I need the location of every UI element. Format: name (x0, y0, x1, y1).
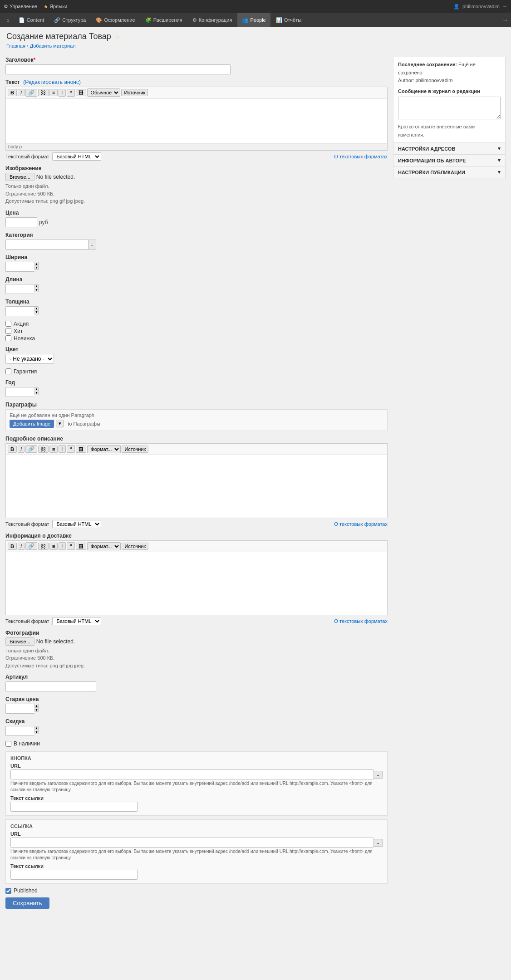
width-down-btn[interactable]: ▼ (34, 266, 39, 270)
bookmarks-link[interactable]: ★ Ярлыки (44, 4, 67, 10)
delivery-format-select2[interactable]: Базовый HTML Полный HTML (52, 617, 101, 625)
structure-nav-item[interactable]: 🔗 Структура (49, 13, 90, 27)
year-input[interactable] (5, 387, 34, 397)
old-price-down-btn[interactable]: ▼ (34, 708, 39, 712)
category-search-btn[interactable]: ⌄ (88, 240, 96, 249)
year-down-btn[interactable]: ▼ (34, 391, 39, 395)
rte-link-btn[interactable]: 🔗 (25, 89, 37, 97)
link-url-search-btn[interactable]: ⌄ (374, 839, 383, 847)
thickness-up-btn[interactable]: ▲ (34, 306, 39, 310)
rte-source-btn[interactable]: Источник (121, 89, 148, 96)
new-checkbox[interactable] (5, 335, 11, 341)
journal-textarea[interactable] (398, 97, 501, 119)
nav-expand-btn[interactable]: → (502, 16, 508, 24)
image-browse-btn[interactable]: Browse... (5, 173, 34, 181)
delivery-ol-btn[interactable]: ⁞ (59, 542, 66, 550)
detail-link-btn[interactable]: 🔗 (25, 445, 37, 453)
length-input[interactable] (5, 284, 34, 294)
detail-italic-btn[interactable]: I (18, 446, 25, 453)
link-url-input[interactable] (10, 838, 374, 848)
body-editor[interactable] (5, 98, 388, 143)
detail-ul-btn[interactable]: ≡ (49, 446, 58, 453)
delivery-unlink-btn[interactable]: ⛓ (38, 543, 49, 550)
rte-italic-btn[interactable]: I (18, 89, 25, 96)
detail-ol-btn[interactable]: ⁞ (59, 445, 66, 453)
published-checkbox[interactable] (5, 888, 11, 894)
photos-browse-btn[interactable]: Browse... (5, 637, 34, 646)
rte-format-select[interactable]: Обычное (87, 88, 120, 97)
detail-source-btn[interactable]: Источник (122, 446, 148, 453)
detail-quote-btn[interactable]: ❝ (67, 445, 75, 453)
thickness-input[interactable] (5, 306, 34, 316)
width-up-btn[interactable]: ▲ (34, 262, 39, 266)
extensions-nav-item[interactable]: 🧩 Расширения (141, 13, 187, 27)
detail-unlink-btn[interactable]: ⛓ (38, 446, 49, 453)
button-link-text-input[interactable] (10, 802, 138, 812)
delivery-format-link[interactable]: О текстовых форматах (334, 618, 388, 624)
rte-image-btn[interactable]: 🖼 (76, 89, 86, 96)
article-input[interactable] (5, 681, 96, 691)
detail-editor[interactable] (5, 455, 388, 518)
content-nav-item[interactable]: 📄 Content (14, 13, 49, 27)
save-button[interactable]: Сохранить (5, 897, 49, 909)
hit-checkbox[interactable] (5, 328, 11, 334)
add-type-dropdown-btn[interactable]: ▾ (56, 420, 64, 427)
rte-ul-btn[interactable]: ≡ (49, 89, 58, 96)
address-settings-header[interactable]: НАСТРОЙКИ АДРЕСОВ ▾ (393, 143, 505, 154)
delivery-ul-btn[interactable]: ≡ (49, 543, 58, 550)
delivery-editor[interactable] (5, 552, 388, 615)
warranty-checkbox[interactable] (5, 368, 11, 374)
delivery-link-btn[interactable]: 🔗 (25, 542, 37, 550)
category-input[interactable] (5, 240, 96, 250)
delivery-bold-btn[interactable]: B (8, 543, 17, 550)
detail-format-select2[interactable]: Базовый HTML Полный HTML (52, 520, 101, 528)
button-url-search-btn[interactable]: ⌄ (374, 771, 383, 779)
discount-up-btn[interactable]: ▲ (34, 726, 39, 730)
akcia-checkbox[interactable] (5, 321, 11, 327)
detail-format-link[interactable]: О текстовых форматах (334, 521, 388, 527)
discount-input[interactable] (5, 726, 34, 736)
home-nav-item[interactable]: ⌂ (3, 13, 13, 27)
old-price-input[interactable] (5, 704, 34, 714)
rte-bold-btn[interactable]: B (8, 89, 17, 96)
detail-format-select[interactable]: Формат... (87, 445, 121, 453)
rte-unlink-btn[interactable]: ⛓ (38, 89, 49, 96)
delivery-source-btn[interactable]: Источник (122, 543, 148, 550)
delivery-format-select[interactable]: Формат... (87, 542, 121, 550)
delivery-quote-btn[interactable]: ❝ (67, 542, 75, 550)
text-format-select[interactable]: Базовый HTML Полный HTML Только текст (52, 152, 101, 161)
length-up-btn[interactable]: ▲ (34, 284, 39, 288)
edit-anons-link[interactable]: (Редактировать анонс) (23, 79, 81, 85)
discount-down-btn[interactable]: ▼ (34, 730, 39, 734)
reports-nav-item[interactable]: 📊 Отчёты (271, 13, 306, 27)
publish-settings-header[interactable]: НАСТРОЙКИ ПУБЛИКАЦИИ ▾ (393, 167, 505, 178)
old-price-up-btn[interactable]: ▲ (34, 704, 39, 708)
color-select[interactable]: - Не указано - Красный Синий Зелёный (5, 354, 54, 364)
breadcrumb-add-material[interactable]: Добавить материал (30, 43, 76, 49)
available-checkbox[interactable] (5, 741, 11, 747)
appearance-nav-item[interactable]: 🎨 Оформление (91, 13, 139, 27)
title-input[interactable] (5, 64, 231, 74)
year-up-btn[interactable]: ▲ (34, 387, 39, 391)
people-nav-item[interactable]: 👥 People (237, 13, 270, 27)
breadcrumb-home[interactable]: Главная (6, 43, 25, 49)
rte-quote-btn[interactable]: ❝ (67, 89, 75, 97)
link-link-text-input[interactable] (10, 870, 138, 880)
price-input[interactable] (5, 217, 37, 227)
manage-link[interactable]: ⚙ Управление (4, 4, 37, 10)
favorite-icon[interactable]: ☆ (115, 34, 120, 40)
thickness-down-btn[interactable]: ▼ (34, 310, 39, 314)
config-nav-item[interactable]: ⚙ Конфигурация (188, 13, 237, 27)
text-format-link[interactable]: О текстовых форматах (334, 154, 388, 159)
length-down-btn[interactable]: ▼ (34, 288, 39, 292)
rte-ol-btn[interactable]: ⁞ (59, 89, 66, 97)
available-label: В наличии (14, 740, 40, 747)
width-input[interactable] (5, 262, 34, 272)
button-url-input[interactable] (10, 769, 374, 779)
detail-image-btn[interactable]: 🖼 (76, 446, 86, 453)
add-image-btn[interactable]: Добавить Image (10, 420, 54, 428)
author-info-header[interactable]: ИНФОРМАЦИЯ ОБ АВТОРЕ ▾ (393, 155, 505, 166)
detail-bold-btn[interactable]: B (8, 446, 17, 453)
delivery-image-btn[interactable]: 🖼 (76, 543, 86, 550)
delivery-italic-btn[interactable]: I (18, 543, 25, 550)
